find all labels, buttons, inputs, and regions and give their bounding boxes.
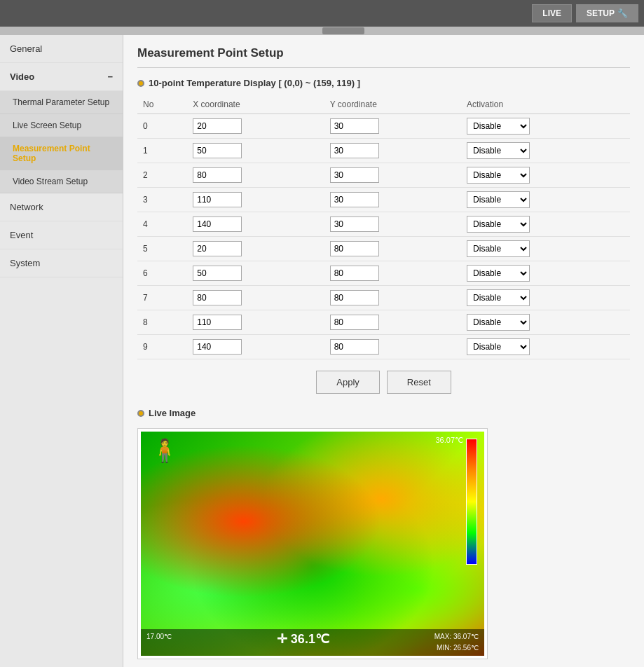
row-activation-7: DisableEnable [461, 286, 630, 310]
activation-select-9[interactable]: DisableEnable [467, 338, 530, 355]
page-title: Measurement Point Setup [137, 46, 630, 68]
row-no-5: 5 [137, 237, 187, 261]
row-y-0 [324, 114, 461, 139]
row-activation-3: DisableEnable [461, 188, 630, 212]
activation-select-4[interactable]: DisableEnable [467, 216, 530, 233]
row-x-9 [187, 335, 324, 359]
y-input-9[interactable] [330, 339, 379, 355]
live-image-dot-icon [137, 410, 144, 417]
activation-select-3[interactable]: DisableEnable [467, 191, 530, 208]
sidebar-item-video-stream[interactable]: Video Stream Setup [0, 170, 123, 193]
x-input-5[interactable] [193, 241, 242, 256]
setup-button[interactable]: SETUP 🔧 [576, 4, 638, 22]
sidebar-item-thermal-param[interactable]: Thermal Parameter Setup [0, 91, 123, 114]
row-x-7 [187, 286, 324, 310]
live-image-wrapper: 🧍 36.07℃ 17.00℃ ✛ 36.1℃ MAX: 36.07℃ MIN: [137, 428, 488, 659]
row-y-7 [324, 286, 461, 310]
y-input-2[interactable] [330, 167, 379, 183]
human-icon: 🧍 [151, 437, 179, 464]
col-header-activation: Activation [461, 95, 630, 114]
y-input-7[interactable] [330, 290, 379, 305]
activation-select-1[interactable]: DisableEnable [467, 142, 530, 159]
y-input-1[interactable] [330, 143, 379, 158]
table-row: 4DisableEnable [137, 212, 630, 237]
row-activation-8: DisableEnable [461, 310, 630, 335]
y-input-6[interactable] [330, 266, 379, 281]
section-label: 10-point Temperature Display [ (0,0) ~ (… [149, 78, 360, 88]
activation-select-7[interactable]: DisableEnable [467, 289, 530, 306]
temp-stats-label: MAX: 36.07℃ MIN: 26.56℃ [434, 631, 479, 654]
scale-max-label: 36.07℃ [435, 436, 463, 445]
activation-select-8[interactable]: DisableEnable [467, 314, 530, 331]
activation-select-6[interactable]: DisableEnable [467, 265, 530, 282]
x-input-2[interactable] [193, 167, 242, 183]
video-collapse-icon: − [107, 71, 113, 82]
table-row: 9DisableEnable [137, 335, 630, 359]
row-y-8 [324, 310, 461, 335]
row-no-1: 1 [137, 139, 187, 163]
live-button[interactable]: LIVE [532, 4, 572, 22]
section-dot-icon [137, 80, 144, 87]
sidebar-item-measurement-point[interactable]: Measurement Point Setup [0, 137, 123, 170]
row-no-0: 0 [137, 114, 187, 139]
temp-cross-icon: ✛ [277, 632, 287, 646]
row-y-2 [324, 163, 461, 188]
thermal-image: 🧍 36.07℃ 17.00℃ ✛ 36.1℃ MAX: 36.07℃ MIN: [141, 432, 484, 656]
wrench-icon: 🔧 [617, 8, 628, 18]
row-activation-4: DisableEnable [461, 212, 630, 237]
sidebar-item-video[interactable]: Video − [0, 63, 123, 91]
y-input-4[interactable] [330, 216, 379, 232]
sidebar-item-live-screen[interactable]: Live Screen Setup [0, 114, 123, 137]
layout: General Video − Thermal Parameter Setup … [0, 35, 644, 667]
sidebar-item-general[interactable]: General [0, 35, 123, 63]
scroll-track [0, 27, 644, 35]
row-x-2 [187, 163, 324, 188]
table-row: 6DisableEnable [137, 261, 630, 286]
y-input-5[interactable] [330, 241, 379, 256]
row-no-9: 9 [137, 335, 187, 359]
row-no-8: 8 [137, 310, 187, 335]
row-x-5 [187, 237, 324, 261]
sidebar-sub-menu: Thermal Parameter Setup Live Screen Setu… [0, 91, 123, 193]
y-input-3[interactable] [330, 192, 379, 207]
x-input-3[interactable] [193, 192, 242, 207]
row-activation-6: DisableEnable [461, 261, 630, 286]
live-image-section-header: Live Image [137, 408, 630, 418]
x-input-1[interactable] [193, 143, 242, 158]
x-input-0[interactable] [193, 118, 242, 134]
activation-select-0[interactable]: DisableEnable [467, 118, 530, 135]
table-row: 2DisableEnable [137, 163, 630, 188]
col-header-x: X coordinate [187, 95, 324, 114]
row-no-2: 2 [137, 163, 187, 188]
sidebar-item-event[interactable]: Event [0, 221, 123, 249]
sidebar-item-network[interactable]: Network [0, 193, 123, 221]
row-x-1 [187, 139, 324, 163]
sidebar-item-system[interactable]: System [0, 249, 123, 277]
color-scale-bar [466, 439, 477, 565]
x-input-4[interactable] [193, 216, 242, 232]
row-y-4 [324, 212, 461, 237]
table-row: 5DisableEnable [137, 237, 630, 261]
col-header-no: No [137, 95, 187, 114]
setup-label: SETUP [587, 8, 615, 18]
x-input-6[interactable] [193, 266, 242, 281]
section-header: 10-point Temperature Display [ (0,0) ~ (… [137, 78, 630, 88]
reset-button[interactable]: Reset [387, 371, 451, 394]
temp-main-label: ✛ 36.1℃ [172, 631, 434, 654]
x-input-8[interactable] [193, 315, 242, 330]
row-activation-5: DisableEnable [461, 237, 630, 261]
scroll-thumb[interactable] [322, 27, 364, 34]
y-input-0[interactable] [330, 118, 379, 134]
row-activation-1: DisableEnable [461, 139, 630, 163]
live-image-label: Live Image [149, 408, 196, 418]
activation-select-2[interactable]: DisableEnable [467, 167, 530, 184]
sidebar: General Video − Thermal Parameter Setup … [0, 35, 123, 667]
y-input-8[interactable] [330, 315, 379, 330]
button-row: Apply Reset [137, 371, 630, 394]
activation-select-5[interactable]: DisableEnable [467, 240, 530, 257]
x-input-7[interactable] [193, 290, 242, 305]
x-input-9[interactable] [193, 339, 242, 355]
col-header-y: Y coordinate [324, 95, 461, 114]
apply-button[interactable]: Apply [316, 371, 380, 394]
row-x-4 [187, 212, 324, 237]
